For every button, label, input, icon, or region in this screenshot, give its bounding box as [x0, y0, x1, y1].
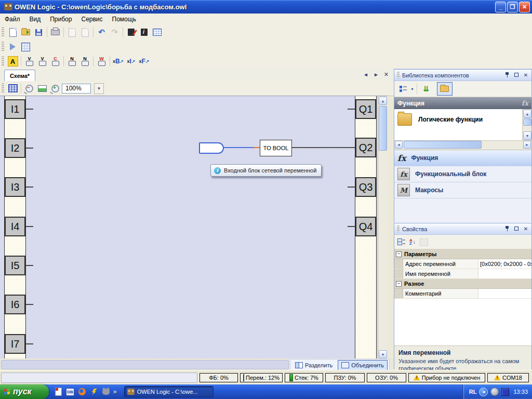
scroll-thumb[interactable]	[523, 118, 531, 126]
restore-button[interactable]: ❐	[507, 2, 518, 12]
library-item-logic-functions[interactable]: Логические функции	[394, 109, 531, 130]
language-indicator[interactable]: RL	[469, 389, 477, 395]
scroll-thumb[interactable]	[379, 106, 387, 151]
property-row-varname[interactable]: Имя переменной	[394, 269, 531, 279]
categorized-view-icon[interactable]	[397, 238, 405, 245]
input-block-i3[interactable]: I3	[5, 177, 25, 197]
section-macros[interactable]: M Макросы	[394, 182, 531, 198]
start-button[interactable]: пуск	[0, 384, 49, 399]
input-block-i7[interactable]: I7	[5, 334, 25, 354]
output-block-q4[interactable]: Q4	[355, 217, 376, 236]
zoom-in-button[interactable]: +	[49, 82, 62, 95]
quick-launch-overflow-chevron[interactable]: »	[113, 388, 117, 395]
print-button[interactable]	[49, 26, 62, 38]
library-panel-titlebar[interactable]: Библиотека компонентов ✕	[394, 70, 531, 81]
panel-grip[interactable]	[397, 225, 400, 232]
network-output-button[interactable]: N	[78, 55, 91, 68]
comment-value[interactable]	[478, 289, 531, 298]
section-functions[interactable]: fx Функция	[394, 150, 531, 166]
toolbar-grip[interactable]	[2, 83, 4, 94]
pin-icon[interactable]	[503, 72, 511, 78]
to-bool-block[interactable]: TO BOOL	[260, 140, 292, 156]
zoom-level-field[interactable]: 100%	[62, 84, 91, 94]
grid-toggle-button[interactable]	[6, 82, 19, 95]
section-function-blocks[interactable]: fx Функциональный блок	[394, 166, 531, 182]
scroll-up-icon[interactable]: ▲	[523, 110, 531, 118]
tab-scroll-left-icon[interactable]: ◄	[363, 72, 368, 77]
firefox-icon[interactable]	[78, 388, 86, 396]
tab-schema[interactable]: Схема*	[4, 70, 35, 82]
output-block-q1[interactable]: Q1	[355, 99, 376, 119]
open-file-button[interactable]	[19, 26, 32, 38]
zoom-dropdown-button[interactable]: ▼	[94, 83, 104, 94]
save-button[interactable]	[32, 26, 45, 38]
address-value[interactable]: [0x0200; 0x2000 - 0x2	[478, 259, 531, 269]
cat-shortcut-icon[interactable]	[102, 388, 110, 396]
category-misc[interactable]: − Разное	[394, 279, 531, 289]
menu-file[interactable]: Файл	[0, 14, 25, 24]
view-mode-button[interactable]	[396, 83, 409, 95]
property-row-address[interactable]: Адрес переменной [0x0200; 0x2000 - 0x2	[394, 259, 531, 269]
view-mode-dropdown-icon[interactable]: ▼	[410, 87, 414, 91]
scroll-left-icon[interactable]: ◄	[395, 141, 403, 149]
input-block-i2[interactable]: I2	[5, 138, 25, 158]
insert-text-button[interactable]: A	[6, 55, 19, 68]
expand-button[interactable]: ⇊	[420, 83, 433, 95]
convert-to-int-button[interactable]: xI↗	[125, 55, 138, 68]
network-variable-block[interactable]	[199, 142, 224, 154]
tab-close-icon[interactable]: ✕	[384, 71, 389, 78]
document-shortcut-icon[interactable]	[54, 388, 62, 396]
close-panel-icon[interactable]: ✕	[522, 226, 529, 232]
output-block-q2[interactable]: Q2	[355, 138, 376, 157]
property-row-comment[interactable]: Комментарий	[394, 289, 531, 299]
canvas-horizontal-scrollbar[interactable]	[1, 360, 289, 369]
toolbar-grip[interactable]	[2, 56, 4, 66]
network-input-button[interactable]: N	[65, 55, 78, 68]
output-block-q3[interactable]: Q3	[355, 177, 376, 197]
zoom-out-button[interactable]: −	[23, 82, 36, 95]
toolbar-grip[interactable]	[2, 42, 4, 52]
menu-view[interactable]: Вид	[25, 14, 46, 24]
tray-update-icon[interactable]	[490, 388, 499, 396]
input-block-i4[interactable]: I4	[5, 217, 25, 236]
input-variable-button[interactable]: V	[23, 55, 36, 68]
merge-view-button[interactable]: Объединить	[338, 360, 388, 370]
menu-help[interactable]: Помощь	[108, 14, 141, 24]
close-button[interactable]: ✕	[519, 2, 530, 12]
menu-service[interactable]: Сервис	[76, 14, 107, 24]
input-block-i1[interactable]: I1	[5, 99, 25, 119]
toolbar-grip[interactable]	[2, 27, 4, 37]
sort-alphabetical-button[interactable]: AZ ↓	[409, 239, 416, 245]
fit-screen-button[interactable]	[36, 82, 49, 95]
tray-device-icon[interactable]	[501, 388, 509, 396]
minimize-button[interactable]: _	[495, 2, 506, 12]
properties-panel-titlebar[interactable]: Свойства ✕	[394, 223, 531, 235]
scroll-down-icon[interactable]: ▼	[379, 350, 387, 358]
schema-canvas[interactable]: I1 I2 I3 I4 I5 I6 I7 Q1 Q2 Q3 Q4 T	[0, 96, 388, 359]
library-vertical-scrollbar[interactable]: ▲ ▼	[522, 109, 531, 140]
category-parameters[interactable]: − Параметры	[394, 249, 531, 259]
pin-icon[interactable]	[503, 226, 511, 232]
collapse-icon[interactable]: −	[396, 281, 402, 287]
start-simulation-button[interactable]	[6, 41, 19, 53]
scroll-right-icon[interactable]: ►	[523, 141, 531, 149]
scroll-down-icon[interactable]: ▼	[523, 131, 531, 140]
constant-button[interactable]: C	[49, 55, 62, 68]
folders-toggle-button[interactable]	[437, 82, 453, 96]
new-file-button[interactable]	[6, 26, 19, 38]
maximize-panel-icon[interactable]	[513, 226, 520, 232]
input-block-i6[interactable]: I6	[5, 295, 25, 314]
split-view-button[interactable]: Разделить	[292, 360, 336, 370]
menu-device[interactable]: Прибор	[45, 14, 76, 24]
lightning-shortcut-icon[interactable]	[90, 388, 98, 396]
delay-line-button[interactable]: W	[95, 55, 108, 68]
output-variable-button[interactable]: V	[36, 55, 49, 68]
library-horizontal-scrollbar[interactable]: ◄ ►	[394, 141, 531, 150]
undo-button[interactable]: ↶	[95, 26, 108, 38]
collapse-icon[interactable]: −	[396, 251, 402, 257]
variables-table-button[interactable]	[151, 26, 164, 38]
canvas-vertical-scrollbar[interactable]: ▲ ▼	[378, 96, 388, 359]
hide-icons-chevron-icon[interactable]: ◄	[479, 388, 488, 396]
read-from-device-button[interactable]	[138, 26, 151, 38]
db-shortcut-icon[interactable]: DB	[66, 388, 74, 396]
